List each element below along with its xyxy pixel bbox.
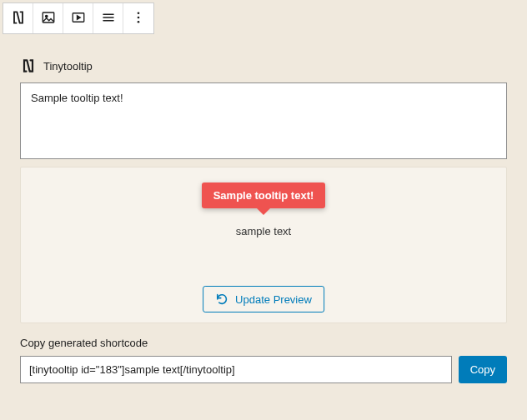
toolbar-list-button[interactable] — [93, 3, 123, 33]
toolbar-image-button[interactable] — [33, 3, 63, 33]
copy-button[interactable]: Copy — [459, 356, 507, 383]
shortcode-input[interactable] — [20, 356, 452, 383]
toolbar-shortcode-button[interactable] — [3, 3, 33, 33]
svg-point-8 — [138, 20, 140, 22]
update-preview-label: Update Preview — [235, 293, 312, 306]
shortcode-row: Copy — [20, 356, 507, 383]
block-toolbar — [3, 2, 154, 34]
shortcode-icon — [10, 9, 27, 28]
refresh-icon — [215, 292, 228, 306]
svg-point-1 — [45, 15, 47, 17]
toolbar-more-button[interactable] — [123, 3, 153, 33]
tooltip-textarea[interactable] — [20, 82, 507, 159]
update-preview-button[interactable]: Update Preview — [203, 286, 324, 312]
tooltip-bubble: Sample tooltip text! — [202, 182, 326, 208]
panel-header: Tinytooltip — [20, 54, 507, 82]
more-icon — [131, 10, 146, 28]
image-icon — [41, 10, 56, 28]
shortcode-icon — [20, 58, 37, 74]
sample-text: sample text — [236, 225, 291, 238]
list-icon — [101, 10, 116, 28]
preview-panel: Sample tooltip text! sample text Update … — [20, 167, 507, 323]
tinytooltip-panel: Tinytooltip Sample tooltip text! sample … — [20, 54, 507, 383]
svg-rect-0 — [43, 12, 54, 22]
shortcode-label: Copy generated shortcode — [20, 337, 507, 349]
toolbar-video-button[interactable] — [63, 3, 93, 33]
panel-title: Tinytooltip — [43, 60, 93, 72]
svg-point-7 — [138, 16, 140, 18]
svg-point-6 — [138, 12, 140, 14]
video-icon — [71, 10, 86, 28]
